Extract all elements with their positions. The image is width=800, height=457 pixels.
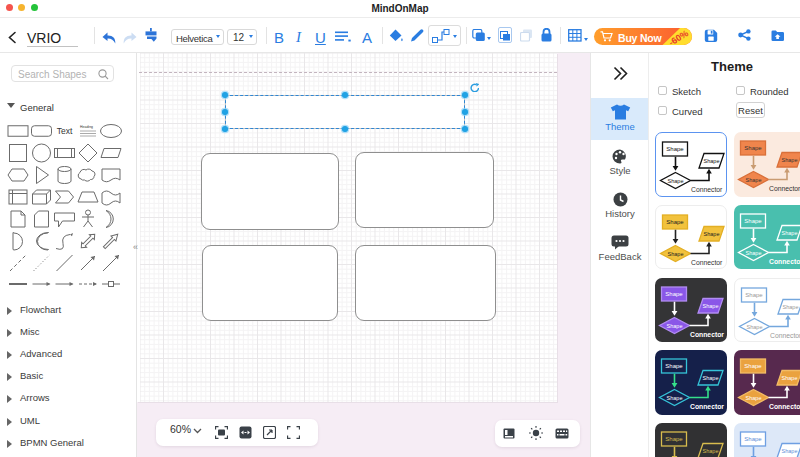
svg-text:Connector: Connector [691,259,723,266]
svg-text:Shape: Shape [782,375,798,381]
svg-text:Connector: Connector [769,258,800,265]
svg-text:Connector: Connector [690,331,724,338]
svg-text:Heading: Heading [80,125,93,129]
svg-text:Shape: Shape [665,291,683,297]
svg-text:Shape: Shape [783,304,799,310]
svg-text:Connector: Connector [769,403,800,410]
svg-text:Shape: Shape [704,231,720,237]
svg-text:Shape: Shape [744,145,762,151]
svg-text:Shape: Shape [782,157,798,163]
svg-text:Text: Text [57,126,73,136]
svg-text:Shape: Shape [744,218,762,224]
svg-text:Shape: Shape [746,250,762,256]
svg-text:Shape: Shape [666,146,684,152]
svg-text:Shape: Shape [782,230,798,236]
svg-text:Shape: Shape [782,448,798,454]
svg-text:Connector: Connector [690,403,724,410]
svg-text:Shape: Shape [665,436,683,442]
svg-text:Shape: Shape [703,375,719,381]
svg-text:Shape: Shape [744,436,762,442]
svg-text:Shape: Shape [704,158,720,164]
svg-text:Shape: Shape [745,292,763,298]
svg-text:Shape: Shape [703,303,719,309]
svg-text:Shape: Shape [665,364,683,370]
svg-text:Shape: Shape [668,178,684,184]
svg-text:Shape: Shape [746,177,762,183]
svg-text:Shape: Shape [703,448,719,454]
svg-text:Shape: Shape [666,219,684,225]
svg-text:Shape: Shape [747,323,763,329]
svg-text:Connector: Connector [770,332,800,339]
svg-text:Shape: Shape [668,251,684,257]
svg-text:Shape: Shape [667,322,683,328]
svg-text:Shape: Shape [667,395,683,401]
svg-text:Connector: Connector [769,185,800,192]
svg-text:Shape: Shape [746,395,762,401]
svg-text:Connector: Connector [691,186,723,193]
svg-text:Shape: Shape [744,364,762,370]
